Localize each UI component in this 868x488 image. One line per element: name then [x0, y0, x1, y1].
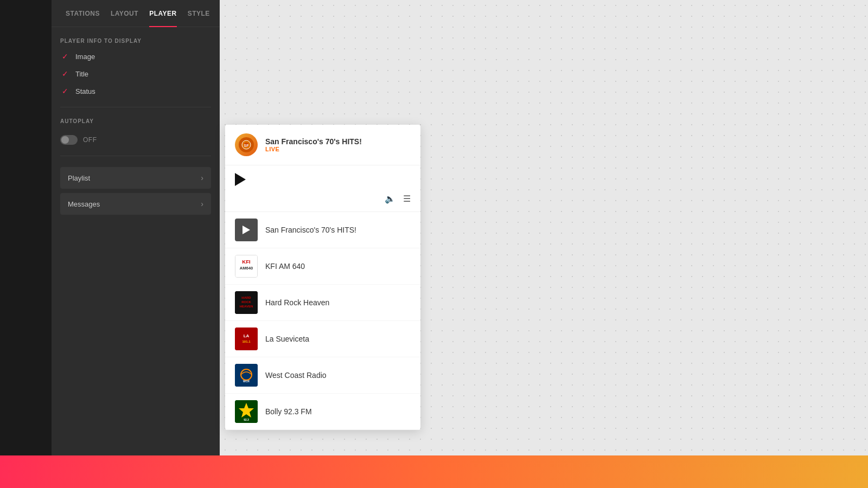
- player-bottom-controls: 🔈 ☰: [225, 194, 420, 211]
- station-logo-hrh: HARD ROCK HEAVEN: [235, 291, 258, 314]
- checkbox-status[interactable]: ✓ Status: [60, 86, 211, 96]
- svg-text:101.1: 101.1: [242, 340, 251, 343]
- station-item-sueviceta[interactable]: LA 101.1 La Sueviceta: [225, 321, 420, 357]
- autoplay-toggle[interactable]: [60, 135, 78, 145]
- station-item-kfi[interactable]: KFI AM640 KFI AM 640: [225, 248, 420, 285]
- autoplay-toggle-label: OFF: [83, 136, 97, 144]
- tab-style[interactable]: STYLE: [182, 0, 215, 27]
- station-logo-sueviceta: LA 101.1: [235, 328, 258, 350]
- checkbox-status-label: Status: [75, 87, 95, 95]
- divider-1: [60, 107, 211, 107]
- player-controls: [225, 165, 420, 194]
- autoplay-row: OFF: [60, 135, 211, 145]
- svg-text:SF: SF: [244, 144, 250, 147]
- svg-text:HEAVEN: HEAVEN: [240, 305, 253, 308]
- station-item-bolly[interactable]: 92.3 Bolly 92.3 FM: [225, 394, 420, 430]
- station-list: San Francisco's 70's HITS! KFI AM640 KFI…: [225, 211, 420, 430]
- chevron-playlist-icon: ›: [201, 174, 203, 182]
- check-title-icon: ✓: [60, 69, 70, 79]
- expandable-messages[interactable]: Messages ›: [60, 193, 211, 215]
- station-name-sueviceta: La Sueviceta: [265, 335, 309, 343]
- left-sidebar: [0, 0, 52, 455]
- playlist-label: Playlist: [68, 174, 90, 182]
- autoplay-section: OFF: [60, 135, 211, 145]
- svg-text:KFI: KFI: [242, 259, 250, 265]
- now-playing-header: SF San Francisco's 70's HITS! LIVE: [225, 125, 420, 165]
- station-logo-kfi: KFI AM640: [235, 255, 258, 278]
- bottom-bar: [0, 455, 868, 488]
- now-playing-logo: SF: [235, 133, 258, 156]
- svg-text:ROCK: ROCK: [241, 300, 251, 304]
- svg-text:HARD: HARD: [241, 296, 251, 299]
- play-button[interactable]: [235, 173, 246, 186]
- panel-content: PLAYER INFO TO DISPLAY ✓ Image ✓ Title ✓…: [52, 27, 220, 230]
- section-player-info-label: PLAYER INFO TO DISPLAY: [60, 38, 211, 44]
- checkbox-title-label: Title: [75, 70, 88, 78]
- player-widget: SF San Francisco's 70's HITS! LIVE 🔈 ☰ S…: [225, 125, 420, 430]
- section-autoplay-label: AUTOPLAY: [60, 118, 211, 124]
- station-name-bolly: Bolly 92.3 FM: [265, 407, 312, 416]
- check-status-icon: ✓: [60, 86, 70, 96]
- svg-text:92.3: 92.3: [244, 418, 249, 421]
- station-name-sf70s: San Francisco's 70's HITS!: [265, 226, 356, 234]
- live-badge: LIVE: [265, 146, 411, 152]
- station-item-hrh[interactable]: HARD ROCK HEAVEN Hard Rock Heaven: [225, 285, 420, 321]
- station-logo-wcr: WCR: [235, 364, 258, 387]
- svg-text:WCR: WCR: [243, 380, 250, 383]
- chevron-messages-icon: ›: [201, 200, 203, 208]
- station-logo-sf70s: [235, 219, 258, 241]
- station-name-kfi: KFI AM 640: [265, 262, 305, 271]
- station-item-sf70s[interactable]: San Francisco's 70's HITS!: [225, 212, 420, 248]
- playlist-icon[interactable]: ☰: [403, 194, 411, 204]
- station-logo-bolly: 92.3: [235, 400, 258, 423]
- now-playing-title: San Francisco's 70's HITS!: [265, 137, 411, 146]
- expandable-playlist[interactable]: Playlist ›: [60, 167, 211, 189]
- svg-text:LA: LA: [244, 333, 250, 338]
- checkbox-title[interactable]: ✓ Title: [60, 69, 211, 79]
- check-image-icon: ✓: [60, 52, 70, 61]
- station-name-hrh: Hard Rock Heaven: [265, 298, 329, 307]
- checkbox-image[interactable]: ✓ Image: [60, 52, 211, 61]
- svg-rect-14: [235, 364, 258, 387]
- now-playing-info: San Francisco's 70's HITS! LIVE: [265, 137, 411, 152]
- svg-rect-11: [235, 328, 258, 350]
- tab-stations[interactable]: STATIONS: [60, 0, 105, 27]
- svg-text:AM640: AM640: [240, 266, 253, 271]
- station-name-wcr: West Coast Radio: [265, 371, 327, 380]
- tab-bar: STATIONS LAYOUT PLAYER STYLE: [52, 0, 220, 27]
- checkbox-image-label: Image: [75, 53, 95, 61]
- settings-panel: STATIONS LAYOUT PLAYER STYLE PLAYER INFO…: [52, 0, 220, 455]
- divider-2: [60, 156, 211, 156]
- toggle-knob: [61, 136, 69, 144]
- tab-layout[interactable]: LAYOUT: [105, 0, 144, 27]
- station-item-wcr[interactable]: WCR West Coast Radio: [225, 357, 420, 394]
- messages-label: Messages: [68, 200, 100, 208]
- tab-player[interactable]: PLAYER: [144, 0, 182, 27]
- volume-icon[interactable]: 🔈: [385, 194, 395, 204]
